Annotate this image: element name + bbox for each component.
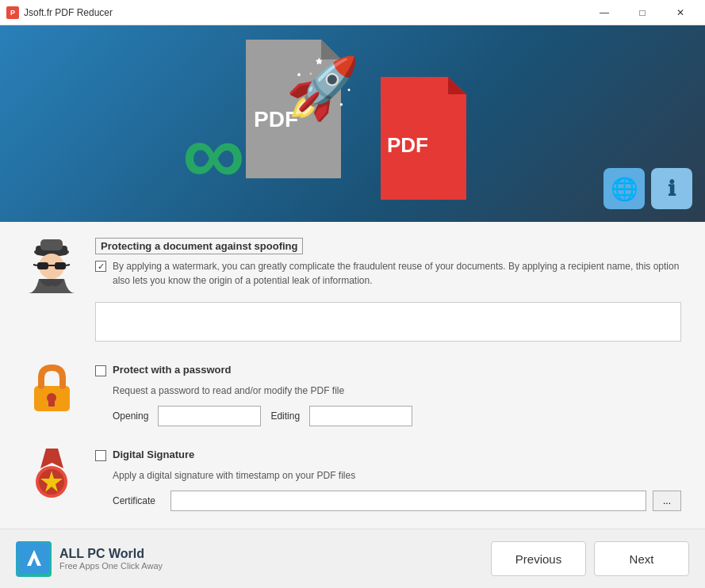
password-description: Request a password to read and/or modify… bbox=[113, 384, 681, 398]
svg-text:PDF: PDF bbox=[387, 133, 428, 157]
app-title: Jsoft.fr PDF Reducer bbox=[24, 7, 113, 18]
spoofing-description: By applying a watermark, you can greatly… bbox=[113, 259, 681, 288]
footer-brand: ALL PC World Free Apps One Click Away bbox=[16, 541, 163, 577]
signature-section: Digital Signature Apply a digital signat… bbox=[24, 449, 681, 511]
medal-icon-container bbox=[24, 449, 79, 500]
close-button[interactable]: ✕ bbox=[662, 1, 699, 25]
password-checkbox[interactable] bbox=[95, 365, 106, 376]
password-checkbox-row: Protect with a password bbox=[95, 364, 681, 379]
minimize-button[interactable]: — bbox=[586, 1, 623, 25]
titlebar-controls: — □ ✕ bbox=[586, 1, 699, 25]
signature-checkbox-row: Digital Signature bbox=[95, 449, 681, 464]
previous-button[interactable]: Previous bbox=[491, 541, 586, 576]
header-banner: PDF PDF ∞ 🚀 🌐 ℹ bbox=[0, 25, 705, 222]
password-fields-row: Opening Editing bbox=[113, 406, 681, 426]
info-button[interactable]: ℹ bbox=[651, 168, 692, 209]
spy-icon bbox=[28, 238, 75, 293]
svg-marker-4 bbox=[448, 77, 466, 94]
editing-password-input[interactable] bbox=[309, 406, 412, 426]
info-icon: ℹ bbox=[668, 177, 676, 201]
svg-text:∞: ∞ bbox=[182, 105, 244, 202]
password-section: Protect with a password Request a passwo… bbox=[24, 364, 681, 426]
signature-checkbox[interactable] bbox=[95, 450, 106, 461]
brand-name: ALL PC World bbox=[59, 547, 163, 561]
brand-tagline: Free Apps One Click Away bbox=[59, 561, 163, 571]
password-title: Protect with a password bbox=[113, 364, 232, 376]
svg-rect-19 bbox=[48, 400, 55, 407]
titlebar: P Jsoft.fr PDF Reducer — □ ✕ bbox=[0, 0, 705, 25]
globe-button[interactable]: 🌐 bbox=[603, 168, 645, 209]
titlebar-left: P Jsoft.fr PDF Reducer bbox=[6, 6, 113, 19]
editing-label: Editing bbox=[270, 410, 300, 422]
password-body: Protect with a password Request a passwo… bbox=[95, 364, 681, 426]
svg-marker-20 bbox=[40, 449, 63, 468]
footer-buttons: Previous Next bbox=[491, 541, 689, 576]
opening-password-input[interactable] bbox=[158, 406, 261, 426]
brand-text: ALL PC World Free Apps One Click Away bbox=[59, 547, 163, 571]
app-icon: P bbox=[6, 6, 19, 19]
brand-logo-svg bbox=[19, 544, 49, 574]
lock-icon-container bbox=[24, 364, 79, 415]
svg-text:🚀: 🚀 bbox=[285, 53, 360, 124]
svg-rect-12 bbox=[37, 262, 48, 269]
certificate-input[interactable] bbox=[171, 491, 646, 511]
svg-rect-13 bbox=[55, 262, 66, 269]
maximize-button[interactable]: □ bbox=[624, 1, 661, 25]
signature-body: Digital Signature Apply a digital signat… bbox=[95, 449, 681, 511]
certificate-label: Certificate bbox=[113, 495, 164, 506]
spoofing-section: Protecting a document against spoofing ✓… bbox=[24, 238, 681, 342]
svg-line-15 bbox=[33, 265, 37, 265]
spy-icon-container bbox=[24, 238, 79, 293]
medal-icon bbox=[30, 449, 74, 500]
svg-rect-10 bbox=[40, 239, 63, 250]
svg-rect-24 bbox=[19, 544, 49, 574]
spoofing-title: Protecting a document against spoofing bbox=[95, 238, 303, 254]
certificate-row: Certificate ... bbox=[113, 491, 681, 511]
signature-title: Digital Signature bbox=[113, 449, 194, 460]
main-content: Protecting a document against spoofing ✓… bbox=[0, 222, 705, 529]
signature-description: Apply a digital signature with timestamp… bbox=[113, 468, 681, 483]
brand-logo bbox=[16, 541, 52, 577]
spoofing-checkbox[interactable]: ✓ bbox=[95, 261, 106, 272]
svg-line-16 bbox=[66, 265, 70, 265]
footer: ALL PC World Free Apps One Click Away Pr… bbox=[0, 529, 705, 588]
opening-label: Opening bbox=[113, 410, 148, 422]
certificate-browse-button[interactable]: ... bbox=[653, 491, 681, 511]
lock-icon bbox=[30, 364, 74, 415]
spoofing-checkbox-row: ✓ By applying a watermark, you can great… bbox=[95, 259, 681, 296]
banner-action-buttons: 🌐 ℹ bbox=[603, 168, 692, 209]
banner-graphic: PDF PDF ∞ 🚀 bbox=[0, 25, 705, 222]
watermark-input[interactable] bbox=[95, 302, 681, 342]
next-button[interactable]: Next bbox=[594, 541, 689, 576]
spoofing-body: Protecting a document against spoofing ✓… bbox=[95, 238, 681, 342]
globe-icon: 🌐 bbox=[611, 176, 638, 202]
